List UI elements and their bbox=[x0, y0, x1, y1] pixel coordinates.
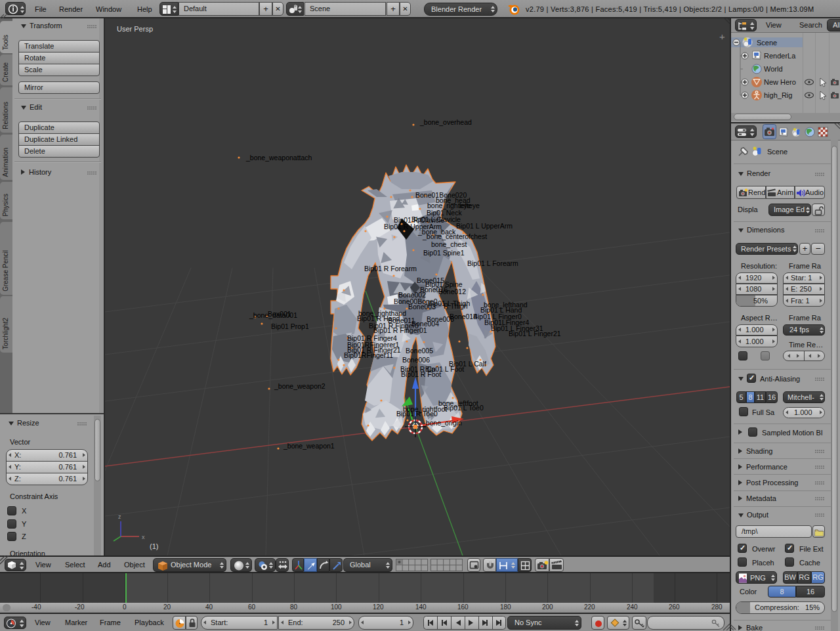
svg-text:Scene: Scene bbox=[757, 39, 777, 47]
svg-text:Bip01 R Finger01: Bip01 R Finger01 bbox=[373, 326, 427, 334]
svg-text:lefteye: lefteye bbox=[459, 202, 480, 209]
svg-text:_bone_weapon1: _bone_weapon1 bbox=[283, 442, 335, 450]
svg-text:Bip01 Prop1: Bip01 Prop1 bbox=[271, 322, 309, 330]
svg-text:_bone_origin: _bone_origin bbox=[421, 419, 462, 427]
svg-text:Bip01 R Foot: Bip01 R Foot bbox=[401, 370, 441, 378]
svg-text:+: + bbox=[719, 31, 725, 42]
svg-text:_bone_overhead: _bone_overhead bbox=[419, 118, 472, 126]
svg-text:_bone_centerofchest: _bone_centerofchest bbox=[422, 232, 487, 240]
svg-text:Bone003: Bone003 bbox=[408, 303, 436, 311]
svg-text:bone_chest: bone_chest bbox=[431, 240, 467, 248]
svg-text:Box001: Box001 bbox=[268, 310, 291, 318]
svg-text:World: World bbox=[764, 65, 783, 73]
svg-text:high_Rig: high_Rig bbox=[764, 91, 792, 99]
svg-text:Bip01 L Forearm: Bip01 L Forearm bbox=[467, 259, 518, 267]
svg-text:(1): (1) bbox=[150, 542, 158, 550]
svg-text:_bone_weapon2: _bone_weapon2 bbox=[274, 382, 326, 390]
svg-text:Bip01RFinger11: Bip01RFinger11 bbox=[344, 351, 393, 359]
svg-text:Bip01 L Finger21: Bip01 L Finger21 bbox=[509, 330, 561, 337]
svg-text:Bip01 R Toe0: Bip01 R Toe0 bbox=[396, 410, 438, 418]
svg-text:x: x bbox=[142, 534, 145, 540]
svg-text:Bip01 Spine1: Bip01 Spine1 bbox=[423, 249, 465, 257]
svg-text:Bone006: Bone006 bbox=[402, 356, 430, 364]
svg-text:Bone012: Bone012 bbox=[438, 288, 466, 295]
svg-text:_bone_weaponattach: _bone_weaponattach bbox=[245, 154, 312, 162]
svg-text:R Thigh: R Thigh bbox=[444, 302, 468, 310]
svg-text:Bone005: Bone005 bbox=[406, 347, 433, 355]
svg-text:RenderLa: RenderLa bbox=[764, 52, 796, 60]
svg-text:New Hero: New Hero bbox=[764, 78, 796, 86]
svg-text:z: z bbox=[118, 513, 121, 520]
svg-text:User Persp: User Persp bbox=[117, 25, 153, 33]
svg-text:Bip01 L UpperArm: Bip01 L UpperArm bbox=[456, 222, 513, 230]
svg-text:Bip01 L Toe0: Bip01 L Toe0 bbox=[444, 404, 484, 412]
svg-text:Bip01 R Forearm: Bip01 R Forearm bbox=[364, 265, 417, 272]
